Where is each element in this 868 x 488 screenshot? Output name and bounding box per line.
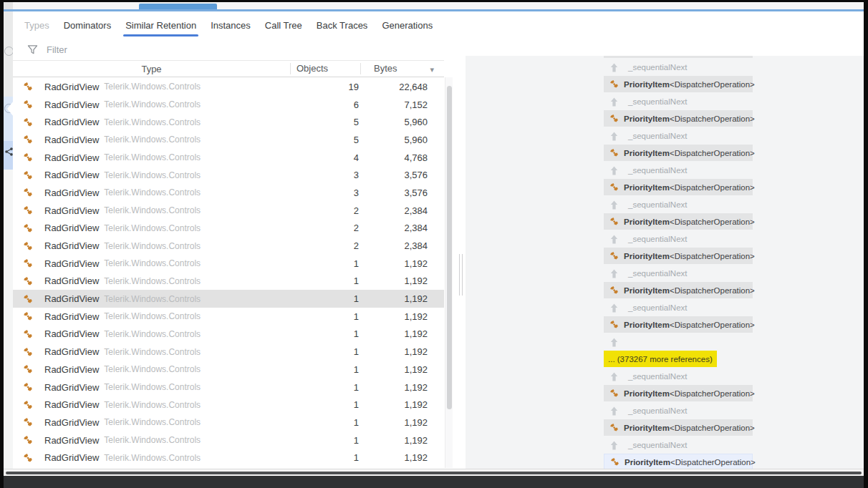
table-row[interactable]: RadGridView Telerik.Windows.Controls 1 1… — [13, 290, 444, 308]
table-row[interactable]: RadGridView Telerik.Windows.Controls 1 1… — [13, 379, 444, 396]
chain-node[interactable]: PriorityItem<DispatcherOperation> — [604, 110, 753, 127]
bytes-value: 2,384 — [360, 205, 444, 216]
class-icon — [23, 329, 33, 339]
table-row[interactable]: RadGridView Telerik.Windows.Controls 1 1… — [13, 326, 444, 343]
table-row[interactable]: RadGridView Telerik.Windows.Controls 1 1… — [13, 308, 444, 326]
table-scrollbar[interactable] — [445, 77, 453, 468]
class-icon — [23, 99, 33, 109]
type-name: RadGridView — [44, 205, 99, 216]
table-row[interactable]: RadGridView Telerik.Windows.Controls 1 1… — [13, 361, 444, 379]
chain-edge-label: _sequentialNext — [628, 303, 687, 312]
analysis-circle-icon[interactable] — [4, 47, 13, 56]
bytes-value: 5,960 — [360, 117, 444, 127]
retention-graph-icon[interactable] — [5, 147, 13, 156]
type-name: RadGridView — [44, 170, 99, 180]
table-row[interactable]: RadGridView Telerik.Windows.Controls 5 5… — [13, 131, 444, 149]
retention-chain-panel: _sequentialNext PriorityItem<DispatcherO… — [466, 56, 864, 469]
class-icon — [610, 457, 619, 467]
column-header-bytes[interactable]: Bytes ▾ — [360, 63, 444, 74]
type-name: RadGridView — [44, 275, 99, 286]
table-row[interactable]: RadGridView Telerik.Windows.Controls 1 1… — [13, 255, 444, 273]
objects-count: 1 — [290, 399, 360, 410]
table-row[interactable]: RadGridView Telerik.Windows.Controls 6 7… — [13, 96, 444, 114]
chain-edge: _sequentialNext — [604, 195, 753, 213]
chain-node[interactable]: PriorityItem<DispatcherOperation> — [604, 282, 753, 298]
tab-label: Back Traces — [317, 20, 368, 31]
column-header-objects[interactable]: Objects — [290, 63, 360, 74]
chain-node-name: PriorityItem — [624, 183, 670, 192]
table-row[interactable]: RadGridView Telerik.Windows.Controls 1 1… — [13, 414, 444, 431]
up-arrow-icon — [609, 63, 619, 72]
table-row[interactable]: RadGridView Telerik.Windows.Controls 2 2… — [13, 237, 444, 255]
class-icon — [609, 114, 619, 123]
table-row[interactable]: RadGridView Telerik.Windows.Controls 19 … — [13, 78, 444, 96]
up-arrow-icon — [609, 338, 619, 347]
filter-placeholder: Filter — [47, 44, 67, 55]
chain-node-generic: <DispatcherOperation> — [670, 218, 755, 226]
document-tab-indicator[interactable] — [139, 4, 217, 9]
chain-node-generic: <DispatcherOperation> — [670, 286, 755, 295]
type-namespace: Telerik.Windows.Controls — [104, 276, 201, 286]
horizontal-scrollbar-thumb[interactable] — [6, 472, 862, 474]
chain-node[interactable]: PriorityItem<DispatcherOperation> — [604, 419, 753, 436]
bytes-value: 5,960 — [360, 135, 444, 145]
bytes-value: 2,384 — [360, 223, 444, 233]
table-row[interactable]: RadGridView Telerik.Windows.Controls 1 1… — [13, 449, 444, 467]
type-namespace: Telerik.Windows.Controls — [104, 82, 201, 92]
column-header-type[interactable]: Type — [13, 64, 290, 74]
tab-back-traces[interactable]: Back Traces — [317, 11, 368, 39]
bytes-value: 1,192 — [360, 275, 444, 286]
chain-edge-label: _sequentialNext — [628, 200, 687, 209]
table-scrollbar-thumb[interactable] — [447, 86, 452, 409]
tab-similar-retention[interactable]: Similar Retention — [125, 11, 196, 39]
tab-types[interactable]: Types — [24, 11, 49, 39]
chain-node-name: PriorityItem — [624, 218, 670, 226]
table-row[interactable]: RadGridView Telerik.Windows.Controls 3 3… — [13, 166, 444, 184]
chain-edge-label: _sequentialNext — [628, 63, 687, 72]
chain-node-generic: <DispatcherOperation> — [670, 424, 755, 432]
class-icon — [23, 205, 33, 215]
chain-node[interactable]: PriorityItem<DispatcherOperation> — [604, 213, 753, 230]
type-namespace: Telerik.Windows.Controls — [104, 117, 201, 127]
table-row[interactable]: RadGridView Telerik.Windows.Controls 1 1… — [13, 343, 444, 361]
tab-generations[interactable]: Generations — [382, 11, 433, 39]
objects-count: 1 — [290, 311, 360, 322]
chain-node[interactable]: PriorityItem<DispatcherOperation> — [604, 145, 753, 161]
type-namespace: Telerik.Windows.Controls — [104, 364, 201, 374]
bytes-value: 1,192 — [360, 417, 444, 428]
filter-field[interactable]: Filter — [13, 40, 434, 59]
chain-edge-label: _sequentialNext — [628, 132, 687, 140]
chain-node[interactable]: PriorityItem<DispatcherOperation> — [604, 316, 753, 333]
more-references-highlight[interactable]: ... (373267 more references) — [604, 351, 717, 367]
horizontal-scrollbar[interactable] — [4, 469, 864, 476]
chain-edge: _sequentialNext — [604, 230, 753, 248]
tab-dominators[interactable]: Dominators — [64, 11, 111, 39]
type-name: RadGridView — [44, 452, 99, 463]
tab-instances[interactable]: Instances — [211, 11, 251, 39]
window-frame — [864, 0, 868, 488]
chain-edge: _sequentialNext — [604, 264, 753, 282]
table-row[interactable]: RadGridView Telerik.Windows.Controls 1 1… — [13, 431, 444, 449]
class-icon — [609, 148, 619, 157]
tab-call-tree[interactable]: Call Tree — [265, 11, 302, 39]
table-row[interactable]: RadGridView Telerik.Windows.Controls 2 2… — [13, 202, 444, 220]
class-icon — [23, 400, 33, 410]
table-row[interactable]: RadGridView Telerik.Windows.Controls 4 4… — [13, 149, 444, 167]
objects-count: 1 — [290, 346, 360, 357]
objects-count: 2 — [290, 240, 360, 251]
table-row[interactable]: RadGridView Telerik.Windows.Controls 1 1… — [13, 396, 444, 414]
chain-node-generic: <DispatcherOperation> — [670, 458, 756, 467]
chain-node[interactable]: PriorityItem<DispatcherOperation> — [604, 385, 753, 401]
chain-node[interactable]: PriorityItem<DispatcherOperation> — [604, 248, 753, 264]
chain-node[interactable]: PriorityItem<DispatcherOperation> — [604, 454, 753, 469]
chain-node[interactable]: PriorityItem<DispatcherOperation> — [604, 76, 753, 92]
panel-splitter-handle[interactable] — [458, 254, 463, 296]
sort-dropdown-icon[interactable]: ▾ — [430, 64, 434, 75]
chain-node[interactable]: PriorityItem<DispatcherOperation> — [604, 179, 753, 195]
table-row[interactable]: RadGridView Telerik.Windows.Controls 1 1… — [13, 273, 444, 291]
table-row[interactable]: RadGridView Telerik.Windows.Controls 2 2… — [13, 220, 444, 238]
up-arrow-icon — [609, 372, 619, 381]
table-row[interactable]: RadGridView Telerik.Windows.Controls 3 3… — [13, 184, 444, 202]
type-namespace: Telerik.Windows.Controls — [104, 400, 201, 410]
table-row[interactable]: RadGridView Telerik.Windows.Controls 5 5… — [13, 113, 444, 131]
